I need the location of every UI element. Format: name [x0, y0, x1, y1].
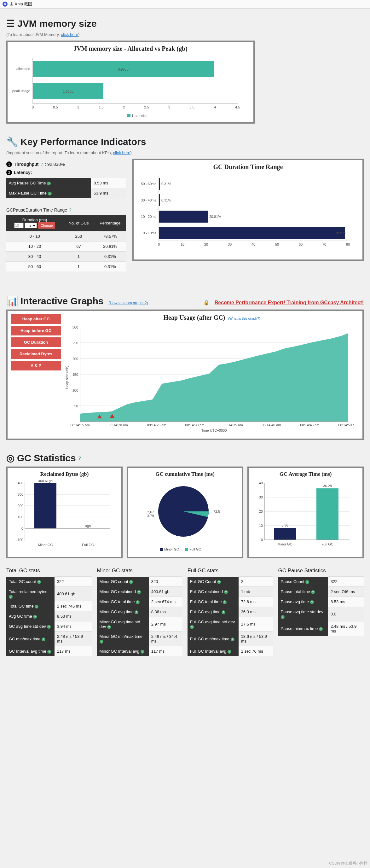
section-graphs-title: 📊Interactive Graphs [6, 296, 103, 307]
svg-text:8.36: 8.36 [282, 523, 289, 527]
cumulative-chart-panel: GC cumulative Time (ms) 2,67 3.79 72.5 M… [127, 467, 243, 558]
help-icon[interactable]: ? [224, 590, 228, 594]
cumulative-chart: 2,67 3.79 72.5 Minor GC Full GC [131, 480, 235, 552]
tab-ap[interactable]: A & P [11, 361, 61, 370]
svg-text:30: 30 [259, 495, 263, 499]
svg-text:250: 250 [72, 341, 78, 345]
svg-text:3.5: 3.5 [190, 105, 194, 109]
num-2-icon: 2 [6, 169, 12, 175]
help-icon[interactable]: ? [35, 605, 38, 609]
stat-key: Full GC min/max time ? [188, 631, 239, 646]
svg-text:300: 300 [72, 326, 78, 329]
stat-val: 117 ms [149, 646, 182, 656]
jvm-subnote: (To learn about JVM Memory, click here) [6, 32, 364, 37]
zoom-help-link[interactable]: (How to zoom graphs?) [108, 301, 148, 305]
help-icon[interactable]: ? [190, 625, 194, 629]
svg-text:10: 10 [259, 524, 263, 527]
svg-text:08:14:30 am: 08:14:30 am [185, 423, 204, 427]
help-icon[interactable]: ? [136, 600, 140, 604]
svg-text:3: 3 [168, 105, 170, 109]
svg-text:20: 20 [259, 509, 263, 513]
help-icon[interactable]: ? [222, 611, 225, 614]
svg-text:0: 0 [22, 527, 23, 530]
heap-help-link[interactable]: (What is this graph?) [228, 316, 260, 320]
help-icon[interactable]: ? [305, 580, 309, 584]
stat-key: Full GC total time ? [188, 597, 239, 607]
help-icon[interactable]: ? [48, 192, 52, 195]
help-icon[interactable]: ? [231, 638, 234, 641]
app-title: 由 Xnip 截图 [9, 1, 32, 7]
tab-gc-duration[interactable]: GC Duration [11, 337, 61, 347]
svg-text:4.5: 4.5 [235, 105, 240, 109]
help-icon[interactable]: ? [37, 580, 41, 584]
svg-text:2,67: 2,67 [147, 510, 154, 514]
jvm-help-link[interactable]: click here [61, 32, 78, 37]
latency-table: Avg Pause GC Time ?8.53 ms Max Pause GC … [6, 178, 126, 198]
help-icon[interactable]: ? [47, 182, 51, 185]
stat-val: 17.6 ms [239, 617, 273, 631]
help-icon[interactable]: ? [41, 162, 43, 167]
svg-text:200: 200 [72, 357, 78, 361]
svg-text:08:14:15 am: 08:14:15 am [70, 423, 90, 427]
change-button[interactable]: Change [38, 222, 56, 228]
svg-text:Minor GC: Minor GC [164, 547, 179, 551]
stat-key: Full GC reclaimed ? [188, 587, 239, 597]
stat-key: Full GC Interval avg ? [188, 646, 239, 656]
svg-text:peak usage: peak usage [12, 89, 30, 93]
help-icon[interactable]: ? [141, 650, 144, 654]
dur-unit-select[interactable]: ms [25, 223, 37, 228]
stat-val: 117 ms [55, 646, 92, 656]
help-icon[interactable]: ? [223, 600, 227, 604]
promo-link[interactable]: Become Performance Expert! Training from… [214, 300, 364, 306]
full-gc-table: Full GC Count ?2Full GC reclaimed ?1 mbF… [188, 576, 273, 656]
help-icon[interactable]: ? [78, 456, 81, 461]
stat-key: Minor GC avg time ? [97, 607, 149, 617]
stat-key: Pause total time ? [278, 587, 328, 597]
help-icon[interactable]: ? [281, 615, 284, 619]
svg-text:Heap size: Heap size [132, 114, 147, 118]
help-icon[interactable]: ? [310, 600, 314, 604]
svg-text:300: 300 [18, 493, 23, 496]
tab-heap-after[interactable]: Heap after GC [11, 314, 61, 324]
svg-text:-100: -100 [16, 538, 23, 542]
svg-text:20.81%: 20.81% [209, 215, 221, 218]
svg-text:200: 200 [18, 504, 23, 507]
help-icon[interactable]: ? [135, 611, 138, 614]
help-icon[interactable]: ? [42, 638, 45, 641]
help-icon[interactable]: ? [100, 640, 103, 644]
help-icon[interactable]: ? [9, 595, 12, 599]
dur-input[interactable] [14, 223, 24, 228]
svg-text:4: 4 [214, 105, 216, 109]
stat-val: 8.53 ms [55, 611, 92, 621]
svg-text:08:14:45 am: 08:14:45 am [300, 423, 319, 427]
svg-text:40: 40 [251, 243, 255, 246]
help-icon[interactable]: ? [47, 650, 51, 654]
stat-key: Minor GC Interval avg ? [97, 646, 149, 656]
help-icon[interactable]: ? [137, 590, 141, 594]
stat-key: Minor GC total time ? [97, 597, 149, 607]
stat-key: GC min/max time ? [6, 631, 55, 646]
svg-rect-99 [274, 528, 296, 540]
help-icon[interactable]: ? [129, 580, 133, 584]
svg-text:Minor GC: Minor GC [278, 542, 293, 546]
svg-text:30: 30 [228, 243, 232, 246]
help-icon[interactable]: ? [33, 615, 37, 619]
avg-chart-panel: GC Average Time (ms) 8.36 36.28 01020304… [247, 467, 364, 558]
kpi-subnote: (Important section of the report. To lea… [6, 150, 364, 155]
help-icon[interactable]: ? [47, 625, 51, 629]
help-icon[interactable]: ? [319, 627, 323, 631]
tab-heap-before[interactable]: Heap before GC [11, 326, 61, 336]
help-icon[interactable]: ? [69, 208, 71, 213]
svg-text:50 - 60ms: 50 - 60ms [141, 182, 156, 186]
tab-reclaimed[interactable]: Reclaimed Bytes [11, 349, 61, 359]
svg-text:100: 100 [72, 389, 78, 392]
col1-title: Total GC stats [6, 567, 92, 574]
svg-rect-24 [159, 211, 208, 223]
svg-text:78.57%: 78.57% [335, 231, 347, 235]
svg-text:3.79: 3.79 [147, 514, 154, 518]
help-icon[interactable]: ? [217, 580, 221, 584]
help-icon[interactable]: ? [311, 590, 315, 594]
help-icon[interactable]: ? [107, 625, 111, 629]
help-icon[interactable]: ? [228, 650, 231, 654]
kpi-help-link[interactable]: click here [113, 150, 131, 155]
